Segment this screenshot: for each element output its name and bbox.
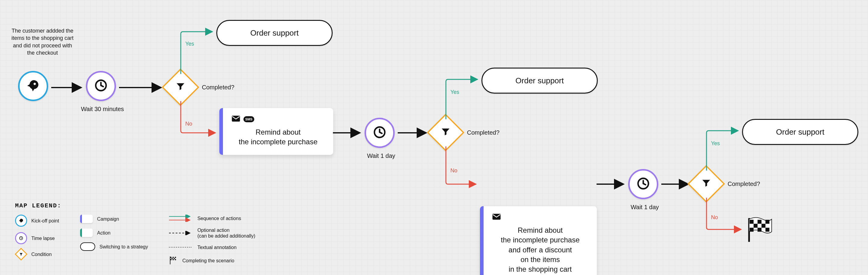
wait-label-3: Wait 1 day [625, 204, 664, 211]
svg-rect-17 [750, 228, 753, 231]
branch-no-1: No [185, 121, 192, 127]
card-body-1: Remind about the incomplete purchase [231, 128, 325, 147]
campaign-card-2: Remind about the incomplete purchase and… [480, 206, 597, 275]
finish-flag [746, 216, 773, 244]
clock-icon [636, 176, 650, 192]
connector [596, 181, 627, 187]
connector [51, 84, 84, 90]
strategy-order-support-1: Order support [216, 20, 333, 46]
branch-no-3: No [711, 214, 718, 221]
svg-rect-16 [762, 224, 766, 228]
connector [398, 130, 429, 136]
svg-rect-31 [170, 259, 172, 260]
wait-node-3 [628, 169, 658, 199]
strategy-order-support-2: Order support [482, 67, 598, 93]
connector [333, 130, 363, 136]
branch-yes-2: Yes [451, 89, 459, 95]
svg-rect-27 [173, 257, 174, 258]
wait-label-2: Wait 1 day [362, 153, 401, 159]
legend-row: Time lapse [15, 232, 59, 244]
condition-node-1 [167, 74, 194, 101]
svg-rect-13 [757, 220, 761, 224]
wait-label-1: Wait 30 minutes [78, 106, 127, 113]
clock-icon [19, 236, 24, 241]
legend-row: Sequence of actions [169, 215, 255, 222]
svg-rect-29 [172, 258, 173, 259]
svg-rect-14 [766, 220, 770, 224]
svg-rect-26 [170, 257, 172, 258]
legend-row: Switching to a strategy [80, 242, 148, 251]
legend-row: Completing the scenario [169, 256, 255, 266]
email-icon [231, 115, 241, 123]
condition-node-3 [693, 170, 719, 197]
condition-label-3: Completed? [727, 181, 760, 188]
checkered-flag-icon [746, 239, 773, 244]
funnel-icon [701, 178, 711, 190]
email-icon [492, 213, 501, 221]
connector [661, 181, 691, 187]
legend-title: MAP LEGEND: [15, 202, 255, 209]
svg-rect-32 [173, 259, 174, 260]
card-body-2: Remind about the incomplete purchase and… [492, 225, 588, 274]
clock-icon [373, 125, 386, 140]
svg-rect-19 [766, 228, 770, 231]
legend-row: Optional action (can be added additional… [169, 227, 255, 239]
campaign-card-1: SMS Remind about the incomplete purchase [219, 108, 333, 155]
wait-node-2 [365, 118, 395, 148]
funnel-icon [175, 82, 186, 93]
branch-yes-3: Yes [711, 140, 720, 147]
legend-row: Action [80, 228, 148, 237]
rocket-icon [27, 79, 40, 93]
clock-icon [94, 79, 108, 93]
branch-yes-1: Yes [185, 41, 194, 47]
legend-row: Campaign [80, 215, 148, 223]
rocket-icon [19, 218, 24, 223]
strategy-order-support-3: Order support [742, 119, 858, 145]
condition-label-2: Completed? [467, 129, 499, 136]
checkered-flag-icon [169, 256, 178, 266]
condition-node-2 [432, 119, 459, 146]
sequence-arrows-icon [169, 215, 193, 222]
legend-row: Textual annotation [169, 245, 255, 250]
svg-rect-33 [175, 259, 176, 260]
kickoff-point [18, 71, 48, 101]
branch-no-2: No [451, 168, 457, 174]
dotted-line-icon [169, 246, 193, 249]
map-legend: MAP LEGEND: Kick-off point Time lapse [15, 202, 255, 266]
legend-row: Condition [15, 250, 59, 259]
sms-icon: SMS [243, 116, 254, 122]
funnel-icon [440, 127, 451, 138]
connector-yes [179, 30, 215, 76]
svg-rect-15 [753, 224, 757, 228]
connector-no [179, 101, 218, 134]
legend-row: Kick-off point [15, 215, 59, 227]
svg-rect-12 [750, 220, 753, 224]
funnel-icon [19, 252, 23, 256]
connector-yes [444, 78, 480, 121]
svg-rect-28 [175, 257, 176, 258]
connector-no [444, 146, 479, 186]
start-note: The customer addded the items to the sho… [11, 27, 74, 56]
wait-node-1 [86, 71, 116, 101]
svg-rect-18 [757, 228, 761, 231]
condition-label-1: Completed? [202, 84, 235, 91]
svg-rect-30 [174, 258, 175, 259]
connector-yes [705, 129, 741, 172]
connector [119, 84, 164, 90]
optional-arrow-icon [169, 231, 193, 235]
